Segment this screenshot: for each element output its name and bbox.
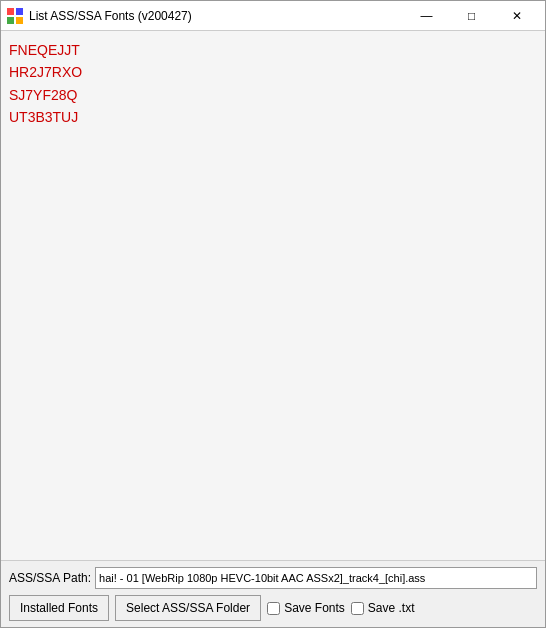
save-txt-checkbox[interactable] [351, 602, 364, 615]
list-item[interactable]: HR2J7RXO [9, 61, 537, 83]
window-controls: — □ ✕ [404, 1, 539, 31]
font-list: FNEQEJJTHR2J7RXOSJ7YF28QUT3B3TUJ [9, 39, 537, 129]
maximize-button[interactable]: □ [449, 1, 494, 31]
path-input[interactable] [95, 567, 537, 589]
buttons-row: Installed Fonts Select ASS/SSA Folder Sa… [9, 595, 537, 621]
app-icon [7, 8, 23, 24]
save-fonts-checkbox[interactable] [267, 602, 280, 615]
list-item[interactable]: SJ7YF28Q [9, 84, 537, 106]
path-row: ASS/SSA Path: [9, 567, 537, 589]
save-txt-group: Save .txt [351, 601, 415, 615]
title-bar: List ASS/SSA Fonts (v200427) — □ ✕ [1, 1, 545, 31]
installed-fonts-button[interactable]: Installed Fonts [9, 595, 109, 621]
select-folder-button[interactable]: Select ASS/SSA Folder [115, 595, 261, 621]
save-fonts-group: Save Fonts [267, 601, 345, 615]
list-item[interactable]: FNEQEJJT [9, 39, 537, 61]
font-list-area: FNEQEJJTHR2J7RXOSJ7YF28QUT3B3TUJ [1, 31, 545, 561]
list-item[interactable]: UT3B3TUJ [9, 106, 537, 128]
svg-rect-0 [7, 8, 14, 15]
path-label: ASS/SSA Path: [9, 571, 91, 585]
svg-rect-2 [7, 17, 14, 24]
minimize-button[interactable]: — [404, 1, 449, 31]
svg-rect-1 [16, 8, 23, 15]
window-title: List ASS/SSA Fonts (v200427) [29, 9, 404, 23]
save-fonts-label: Save Fonts [284, 601, 345, 615]
svg-rect-3 [16, 17, 23, 24]
save-txt-label: Save .txt [368, 601, 415, 615]
main-window: List ASS/SSA Fonts (v200427) — □ ✕ FNEQE… [0, 0, 546, 628]
close-button[interactable]: ✕ [494, 1, 539, 31]
bottom-panel: ASS/SSA Path: Installed Fonts Select ASS… [1, 561, 545, 627]
